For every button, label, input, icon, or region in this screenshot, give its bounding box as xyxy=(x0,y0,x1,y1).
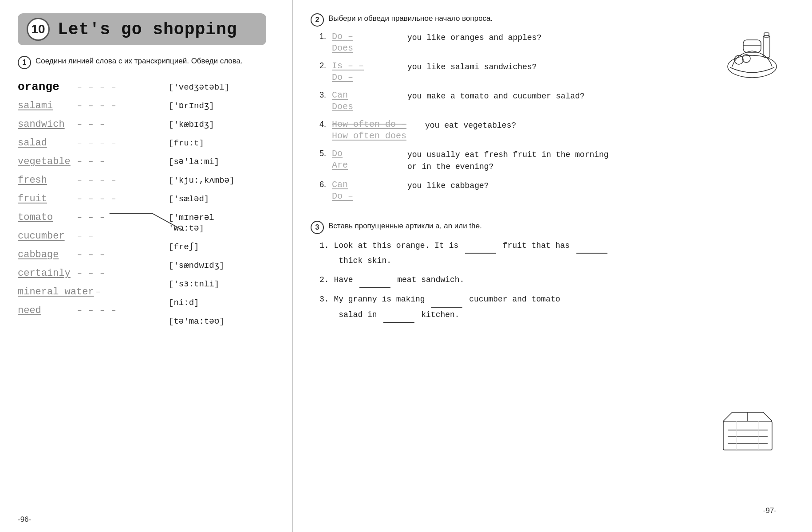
word-certainly: certainly xyxy=(18,268,75,279)
lesson-header: 10 Let's go shopping xyxy=(18,13,266,45)
word-vegetable: vegetable xyxy=(18,156,75,167)
word-dashes: – – – – xyxy=(77,101,117,110)
word-dashes: – – – – xyxy=(77,138,117,147)
question-num: 6. xyxy=(319,180,332,189)
word-dashes: – – – – xyxy=(77,176,117,184)
question-text: you like salami sandwiches? xyxy=(407,61,537,73)
exercise1-instruction: Соедини линией слова с их транскрипцией.… xyxy=(35,56,243,66)
option-word: How often do – xyxy=(332,119,421,130)
option-word: Do – xyxy=(332,72,403,83)
word-fresh: fresh xyxy=(18,175,75,186)
exercise3-instruction: Вставь пропущенные артикли a, an или the… xyxy=(328,221,482,231)
blank[interactable] xyxy=(359,273,390,288)
option-word: Are xyxy=(332,160,403,171)
word-dashes: – – – xyxy=(77,269,106,278)
question-item: 3. Can Does you make a tomato and cucumb… xyxy=(319,90,794,113)
word-orange: orange xyxy=(18,80,75,94)
option-word: Can xyxy=(332,179,403,191)
list-item: ['kæbɪdʒ] xyxy=(169,116,266,132)
word-tomato: tomato xyxy=(18,212,75,223)
option-word: How often does xyxy=(332,130,421,142)
question-item: 6. Can Do – you like cabbage? xyxy=(319,179,794,202)
question-options: Is – – Do – xyxy=(332,60,403,83)
list-item: orange – – – – xyxy=(18,79,142,95)
page-right: 2 Выбери и обведи правильное начало вопр… xyxy=(293,0,812,532)
list-item: ['vedʒətəbl] xyxy=(169,79,266,95)
option-word: Do – xyxy=(332,191,403,202)
groceries-image xyxy=(723,27,781,80)
list-item: 1. Look at this orange. It is fruit that… xyxy=(319,239,794,268)
blank[interactable] xyxy=(576,239,607,254)
exercise3-header: 3 Вставь пропущенные артикли a, an или t… xyxy=(311,221,794,234)
list-item: mineral water – xyxy=(18,284,142,300)
svg-rect-5 xyxy=(763,35,770,58)
blank[interactable] xyxy=(465,239,496,254)
word-dashes: – – – xyxy=(77,213,106,222)
list-item: vegetable – – – xyxy=(18,153,142,169)
question-text: you like cabbage? xyxy=(407,180,489,192)
word-cabbage: cabbage xyxy=(18,249,75,260)
list-item: ['sændwɪdʒ] xyxy=(169,257,266,273)
exercise2-section: 2 Выбери и обведи правильное начало вопр… xyxy=(311,13,794,208)
blank[interactable] xyxy=(431,292,462,307)
food-box-image xyxy=(719,408,777,452)
list-item: ['kjuː,kʌmbə] xyxy=(169,172,266,188)
exercise3-content: 1. Look at this orange. It is fruit that… xyxy=(319,239,794,323)
words-column: orange – – – – salami – – – – sandwich –… xyxy=(18,79,142,523)
svg-rect-6 xyxy=(764,33,769,37)
word-fruit: fruit xyxy=(18,193,75,204)
list-item: salad – – – – xyxy=(18,135,142,151)
word-need: need xyxy=(18,305,75,316)
svg-point-2 xyxy=(728,55,777,78)
list-item: need – – – – xyxy=(18,302,142,318)
blank[interactable] xyxy=(383,308,414,323)
question-text: you usually eat fresh fruit in the morni… xyxy=(407,149,609,173)
word-dashes: – – – – xyxy=(77,82,117,91)
word-dashes: – – – – xyxy=(77,194,117,203)
option-word: Can xyxy=(332,90,403,101)
list-item: [niːd] xyxy=(169,294,266,310)
word-dashes: – – – xyxy=(77,250,106,259)
option-word: Do xyxy=(332,148,403,160)
list-item: cabbage – – – xyxy=(18,246,142,262)
question-options: Can Do – xyxy=(332,179,403,202)
list-item: certainly – – – xyxy=(18,265,142,281)
list-item: fruit – – – – xyxy=(18,191,142,207)
option-word: Does xyxy=(332,43,403,54)
page-number-left: -96- xyxy=(18,515,31,524)
word-dashes: – xyxy=(96,287,102,296)
question-options: Do Are xyxy=(332,148,403,171)
list-item: [sə'laːmi] xyxy=(169,153,266,169)
word-dashes: – – – xyxy=(77,120,106,129)
page-number-right: -97- xyxy=(763,506,777,515)
list-item: [tə'maːtəʊ] xyxy=(169,313,266,329)
question-text: you like oranges and apples? xyxy=(407,32,541,44)
right-page-wrapper: 2 Выбери и обведи правильное начало вопр… xyxy=(311,13,794,523)
list-item: [freʃ] xyxy=(169,239,266,254)
lesson-title: Let's go shopping xyxy=(58,20,237,39)
word-salad: salad xyxy=(18,137,75,149)
list-item: cucumber – – xyxy=(18,228,142,244)
question-text: you eat vegetables? xyxy=(425,120,516,132)
word-mineral-water: mineral water xyxy=(18,286,94,297)
option-word: Does xyxy=(332,101,403,113)
question-num: 5. xyxy=(319,149,332,158)
word-salami: salami xyxy=(18,100,75,111)
question-options: Do – Does xyxy=(332,31,403,54)
exercise1-circle: 1 xyxy=(18,56,31,69)
list-item: ['mɪnərəl 'wɔːtə] xyxy=(169,209,266,236)
option-word: Is – – xyxy=(332,60,403,72)
list-item: tomato – – – xyxy=(18,209,142,225)
exercise2-instruction: Выбери и обведи правильное начало вопрос… xyxy=(328,13,493,24)
question-text: you make a tomato and cucumber salad? xyxy=(407,90,585,102)
exercise2-header: 2 Выбери и обведи правильное начало вопр… xyxy=(311,13,794,27)
option-word: Do – xyxy=(332,31,403,43)
transcriptions-column: ['vedʒətəbl] ['ɒrɪndʒ] ['kæbɪdʒ] [fruːt]… xyxy=(169,79,266,523)
list-item: ['sæləd] xyxy=(169,191,266,207)
exercise2-circle: 2 xyxy=(311,13,324,27)
question-options: How often do – How often does xyxy=(332,119,421,142)
question-item: 5. Do Are you usually eat fresh fruit in… xyxy=(319,148,794,173)
word-sandwich: sandwich xyxy=(18,119,75,130)
list-item: [fruːt] xyxy=(169,135,266,151)
exercise3-section: 3 Вставь пропущенные артикли a, an или t… xyxy=(311,221,794,327)
